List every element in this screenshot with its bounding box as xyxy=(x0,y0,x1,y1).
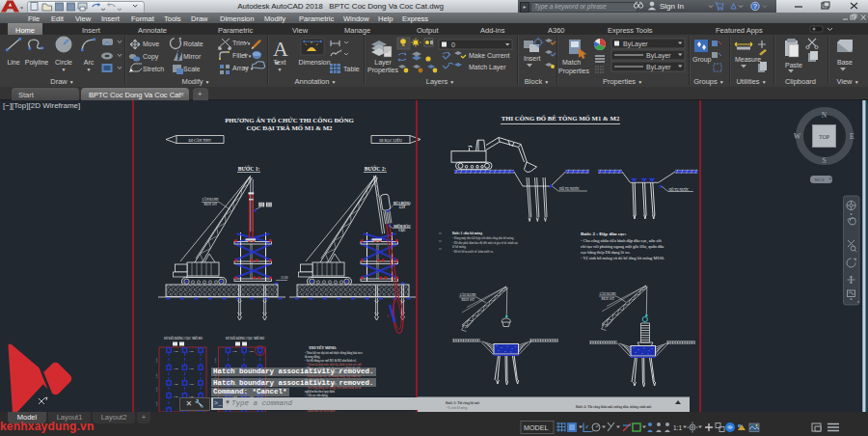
svg-text:ĐI BẠC LIÊU: ĐI BẠC LIÊU xyxy=(379,138,402,143)
svg-text:BÚA ĐÓNG: BÚA ĐÓNG xyxy=(393,201,411,205)
svg-text:SƠ ĐỒ ĐÓNG CỌC MỐ M1: SƠ ĐỒ ĐÓNG CỌC MỐ M1 xyxy=(164,336,203,341)
svg-text:?: ? xyxy=(753,2,757,11)
svg-text:S: S xyxy=(822,156,826,165)
svg-text:1.75: 1.75 xyxy=(214,358,217,363)
svg-text:1.28: 1.28 xyxy=(249,350,254,353)
svg-text:ĐI CẦN THƠ: ĐI CẦN THƠ xyxy=(189,138,212,143)
svg-text:W: W xyxy=(794,132,801,141)
svg-text:1.28: 1.28 xyxy=(174,395,178,398)
svg-text:Paste: Paste xyxy=(785,62,802,68)
svg-text:E: E xyxy=(850,132,854,141)
svg-text:Match Layer: Match Layer xyxy=(469,64,506,71)
svg-text:N: N xyxy=(822,111,827,120)
svg-text:S = ?: S = ? xyxy=(387,314,393,318)
svg-text:CẦN BANH: CẦN BANH xyxy=(203,197,219,202)
svg-text:1.28: 1.28 xyxy=(174,350,178,353)
svg-text:- Dùng máy đào kết hợp với nhâ: - Dùng máy đào kết hợp với nhân công đào… xyxy=(452,236,514,240)
svg-text:ByLayer: ByLayer xyxy=(646,52,671,60)
svg-text:Sign In: Sign In xyxy=(660,2,684,11)
svg-text:Bước 4: Thi công thân mố, tườn: Bước 4: Thi công thân mố, tường đầu, tườ… xyxy=(576,405,652,409)
svg-text:HỐ TỤ NƯỚC: HỐ TỤ NƯỚC xyxy=(669,187,691,192)
svg-text:CẨU BÁNH: CẨU BÁNH xyxy=(600,291,616,296)
svg-text:THI CÔNG ĐỔ BÊ TÔNG MỐ M1 & M2: THI CÔNG ĐỔ BÊ TÔNG MỐ M1 & M2 xyxy=(502,115,620,122)
svg-text:- Hố đào phải đảm bảo độ dốc m: - Hố đào phải đảm bảo độ dốc mái và gia … xyxy=(452,240,518,245)
svg-text:1.28: 1.28 xyxy=(189,368,194,370)
svg-text:Bước 1 :đào hố móng: Bước 1 :đào hố móng xyxy=(452,232,482,235)
svg-text:Group: Group xyxy=(692,56,712,64)
svg-text:1.28: 1.28 xyxy=(232,350,237,353)
svg-text:0: 0 xyxy=(451,41,455,48)
svg-text:lở hố móng.: lở hố móng. xyxy=(452,245,467,249)
svg-text:1.75: 1.75 xyxy=(155,387,158,392)
svg-text:1:1: 1:1 xyxy=(673,424,682,431)
svg-text:- Bố trí hố tụ nước để bơm nướ: - Bố trí hố tụ nước để bơm nước ra. xyxy=(452,249,494,254)
svg-text:ByLayer: ByLayer xyxy=(623,41,648,48)
svg-text:CỌC: CỌC xyxy=(398,229,406,232)
svg-text:CẨU BÁNH: CẨU BÁNH xyxy=(460,292,476,297)
svg-text:THUYẾT MINH:: THUYẾT MINH: xyxy=(309,345,337,350)
svg-text:TOP: TOP xyxy=(819,134,830,140)
svg-text:ĐIỂM ĐẦU: ĐIỂM ĐẦU xyxy=(393,224,411,229)
svg-text:Make Current: Make Current xyxy=(469,52,509,59)
svg-text:A: A xyxy=(273,37,288,61)
svg-text:cọc bằng thép D6 dạng lò xo.: cọc bằng thép D6 dạng lò xo. xyxy=(581,250,631,255)
svg-text:CỌC ĐẠI TRÀ MỐ M1 & M2: CỌC ĐẠI TRÀ MỐ M1 & M2 xyxy=(247,124,334,131)
svg-text:Properties: Properties xyxy=(558,68,589,75)
svg-text:WCS: WCS xyxy=(815,177,825,182)
svg-text:1.75: 1.75 xyxy=(155,358,158,363)
svg-text:1.75: 1.75 xyxy=(155,373,158,378)
svg-text:1.28: 1.28 xyxy=(174,383,178,386)
svg-text:1.28: 1.28 xyxy=(174,368,178,370)
svg-text:ByLayer: ByLayer xyxy=(646,64,671,71)
svg-text:- Vệ sinh hố móng.: - Vệ sinh hố móng. xyxy=(446,406,468,410)
svg-text:Bước 2 : Đập đầu cọc:: Bước 2 : Đập đầu cọc: xyxy=(581,232,627,236)
svg-text:1.28: 1.28 xyxy=(189,383,194,386)
svg-text:BƯỚC 2:: BƯỚC 2: xyxy=(365,165,387,172)
svg-text:BƯỚC 1:: BƯỚC 1: xyxy=(238,165,260,172)
svg-text:1.28: 1.28 xyxy=(189,350,194,353)
svg-text:PHƯƠNG ÁN TỔ CHỨC THI CÔNG ĐÓN: PHƯƠNG ÁN TỔ CHỨC THI CÔNG ĐÓNG xyxy=(225,117,354,123)
svg-text:Base: Base xyxy=(837,59,853,66)
svg-text:Match: Match xyxy=(562,59,581,66)
svg-text:Insert: Insert xyxy=(524,55,541,62)
svg-text:- Vệ sinh hố móng và đổ bê tôn: - Vệ sinh hố móng và đổ bê tông lót móng… xyxy=(581,256,665,260)
svg-text:1.75: 1.75 xyxy=(155,401,158,406)
svg-text:SƠ ĐỒ ĐÓNG CỌC MỐ M2: SƠ ĐỒ ĐÓNG CỌC MỐ M2 xyxy=(226,336,265,341)
svg-text:+2.10: +2.10 xyxy=(280,276,288,280)
svg-text:Measure: Measure xyxy=(735,56,761,63)
svg-text:MODEL: MODEL xyxy=(524,423,549,432)
svg-text:HỐ TỤ NƯỚC: HỐ TỤ NƯỚC xyxy=(559,186,581,191)
svg-text:2,5T: 2,5T xyxy=(399,205,406,209)
svg-text:Bước 3: Thi công bệ mố:: Bước 3: Thi công bệ mố: xyxy=(446,401,480,405)
